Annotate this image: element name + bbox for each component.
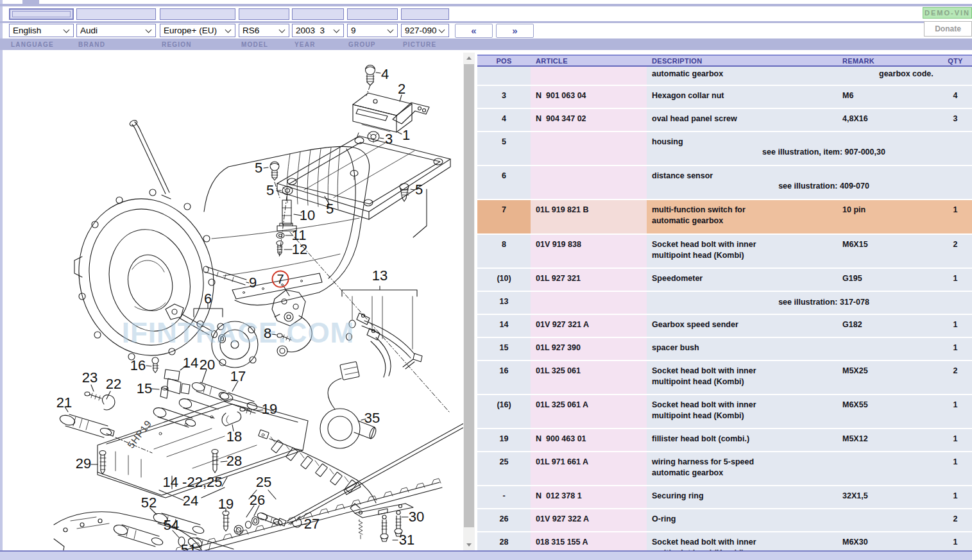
diagram-callout-7[interactable]: 7	[272, 271, 289, 288]
table-row-pos-7[interactable]: 701L 919 821 Bmulti-function switch for …	[477, 200, 972, 233]
diagram-callout-30[interactable]: 30	[409, 509, 424, 525]
diagram-callout-27[interactable]: 27	[304, 516, 320, 532]
diagram-callout-35[interactable]: 35	[364, 410, 380, 427]
cell-desc: Speedometer	[652, 273, 835, 284]
table-row-pos-25[interactable]: 2501L 971 661 Awiring harness for 5-spee…	[477, 452, 972, 485]
site-watermark: IFINTRACE.COM	[122, 317, 355, 349]
group-filter-input[interactable]	[347, 8, 398, 20]
diagram-callout-23[interactable]: 23	[82, 369, 98, 386]
table-row-pos-13[interactable]: 13see illustration: 317-078	[477, 292, 972, 314]
diagram-callout-25[interactable]: 25	[256, 474, 271, 491]
table-row-pos-16[interactable]: 1601L 325 061Socket head bolt with inner…	[477, 361, 972, 394]
model-filter-input[interactable]	[239, 8, 289, 20]
table-row-pos-8[interactable]: 801V 919 838Socket head bolt with inner …	[477, 235, 972, 267]
diagram-callout-19[interactable]: 19	[218, 496, 234, 513]
parts-diagram: 5HP19	[4, 50, 463, 550]
diagram-callout-31[interactable]: 31	[399, 532, 414, 548]
picture-select[interactable]: 927-090	[401, 24, 449, 37]
column-label-picture: PICTURE	[403, 41, 436, 48]
table-row-pos-15[interactable]: 1501L 927 390spacer bush1	[477, 338, 972, 360]
diagram-callout-21[interactable]: 21	[56, 395, 72, 411]
diagram-callout-22[interactable]: 22	[106, 376, 121, 393]
brand-select[interactable]: Audi	[76, 24, 156, 37]
diagram-callout-9[interactable]: 9	[249, 275, 257, 291]
diagram-callout-26[interactable]: 26	[250, 492, 265, 509]
diagram-callout-24[interactable]: 24	[183, 493, 198, 509]
year-filter-input[interactable]	[292, 8, 344, 20]
cell-art: 018 315 155 A	[536, 537, 588, 548]
table-row-pos-26[interactable]: 2601V 927 322 AO-ring2	[477, 509, 972, 531]
diagram-callout-5[interactable]: 5	[255, 160, 262, 176]
diagram-callout-15[interactable]: 15	[137, 380, 152, 397]
language-filter-input[interactable]	[9, 8, 74, 20]
language-select[interactable]: English	[9, 24, 74, 37]
diagram-callout-18[interactable]: 18	[226, 428, 242, 445]
group-select[interactable]: 9	[347, 24, 398, 37]
diagram-callout-6[interactable]: 6	[204, 291, 212, 307]
divider-strip	[0, 4, 972, 6]
diagram-callout-3[interactable]: 3	[385, 131, 393, 148]
diagram-callout-1[interactable]: 1	[402, 127, 410, 144]
table-row-pos-4[interactable]: 4N 904 347 02oval head panel screw4,8X16…	[477, 109, 972, 131]
cell-pos: 14	[477, 319, 531, 330]
diagram-callout-10[interactable]: 10	[300, 207, 315, 224]
scroll-down-button[interactable]	[463, 539, 475, 550]
scroll-up-button[interactable]	[463, 53, 475, 64]
diagram-callout-5[interactable]: 5	[415, 182, 423, 198]
scrollbar-thumb[interactable]	[464, 64, 474, 527]
diagram-callout-29[interactable]: 29	[76, 455, 91, 472]
column-label-model: MODEL	[241, 41, 268, 48]
table-row-pos-19[interactable]: 19N 900 463 01fillister head bolt (combi…	[477, 429, 972, 451]
diagram-callout-14[interactable]: 14	[183, 355, 198, 371]
diagram-callout-52[interactable]: 52	[141, 495, 157, 511]
table-row-pos-10[interactable]: (10)01L 927 321SpeedometerG1951	[477, 269, 972, 291]
cell-pos: 6	[477, 171, 531, 182]
diagram-callout-13[interactable]: 13	[372, 267, 388, 284]
diagram-callout-5[interactable]: 5	[266, 182, 274, 199]
diagram-callout-54[interactable]: 54	[164, 517, 179, 534]
diagram-callout-20[interactable]: 20	[200, 357, 215, 373]
cell-desc: O-ring	[652, 514, 835, 525]
demo-vin-badge[interactable]: DEMO-VIN	[923, 7, 972, 19]
diagram-callout-2[interactable]: 2	[398, 81, 405, 98]
diagram-scrollbar[interactable]	[463, 53, 475, 550]
table-row-pos-5[interactable]: 5housingsee illustration, item: 907-000,…	[477, 132, 972, 165]
table-row-pos--[interactable]: -N 012 378 1Securing ring32X1,51	[477, 486, 972, 508]
cell-desc: distance sensor	[652, 171, 835, 182]
cell-desc: Securing ring	[652, 491, 835, 502]
diagram-callout-28[interactable]: 28	[226, 453, 242, 470]
header-pos: POS	[477, 57, 531, 65]
table-row-pos-14[interactable]: 1401V 927 321 AGearbox speed senderG1821	[477, 315, 972, 337]
diagram-callout-12[interactable]: 12	[292, 241, 307, 258]
chevron-down-icon	[334, 27, 340, 33]
diagram-callout-8[interactable]: 8	[264, 325, 271, 342]
donate-button[interactable]: Donate	[924, 21, 972, 37]
region-select[interactable]: Europe+ (EU)	[160, 24, 235, 37]
table-row-pos-6[interactable]: 6distance sensorsee illustration: 409-07…	[477, 166, 972, 199]
diagram-callout-32[interactable]: 32	[313, 547, 328, 550]
cell-art: N 904 347 02	[536, 114, 586, 124]
cell-rem: M6	[842, 90, 853, 101]
previous-picture-button[interactable]: «	[455, 24, 493, 38]
cell-qty: 2	[939, 366, 972, 377]
diagram-callout-17[interactable]: 17	[230, 368, 246, 385]
table-row[interactable]: automatic gearboxgearbox code.	[477, 67, 972, 85]
table-row-pos-28[interactable]: 28018 315 155 ASocket head bolt with inn…	[477, 532, 972, 550]
diagram-callout-14-2225[interactable]: 14 -22,25	[163, 474, 223, 491]
diagram-callout-16[interactable]: 16	[130, 357, 146, 374]
table-row-pos-3[interactable]: 3N 901 063 04Hexagon collar nutM64	[477, 86, 972, 108]
diagram-callout-51[interactable]: 51	[181, 541, 196, 550]
next-picture-button[interactable]: »	[496, 24, 534, 38]
model-select[interactable]: RS6	[239, 24, 289, 37]
header-description: DESCRIPTION	[652, 57, 702, 65]
diagram-callout-5[interactable]: 5	[326, 201, 334, 217]
cell-rem: M5X25	[842, 366, 868, 377]
diagram-callout-19[interactable]: 19	[262, 401, 277, 418]
picture-filter-input[interactable]	[401, 8, 449, 20]
year-select[interactable]: 2003 3	[292, 24, 344, 37]
chevron-down-icon	[225, 27, 232, 33]
region-filter-input[interactable]	[160, 8, 235, 20]
brand-filter-input[interactable]	[76, 8, 156, 20]
table-row-pos-16[interactable]: (16)01L 325 061 ASocket head bolt with i…	[477, 395, 972, 428]
diagram-callout-4[interactable]: 4	[381, 66, 389, 83]
